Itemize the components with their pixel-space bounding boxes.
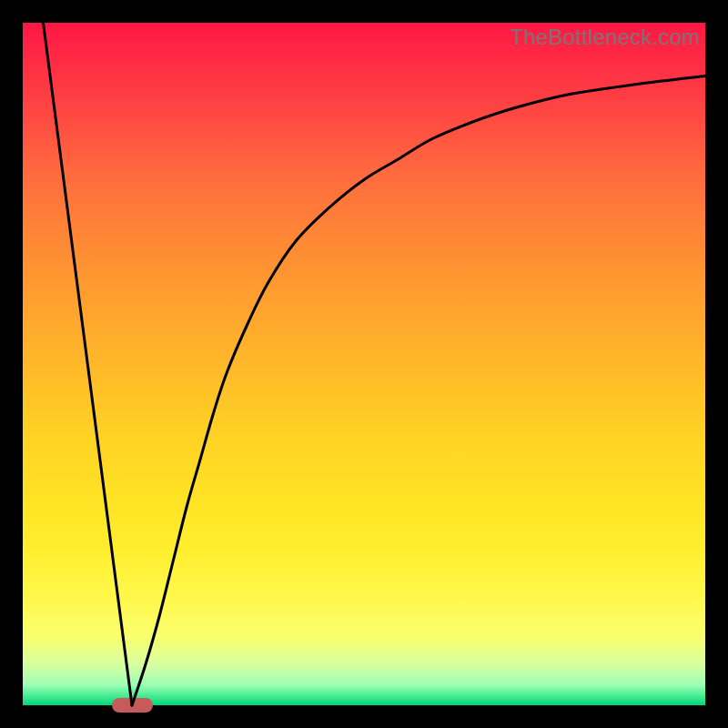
- curve-layer: [23, 23, 705, 705]
- plot-area: TheBottleneck.com: [23, 23, 705, 705]
- curve-right-branch: [132, 76, 705, 706]
- curve-left-branch: [44, 23, 133, 705]
- chart-frame: TheBottleneck.com: [0, 0, 728, 728]
